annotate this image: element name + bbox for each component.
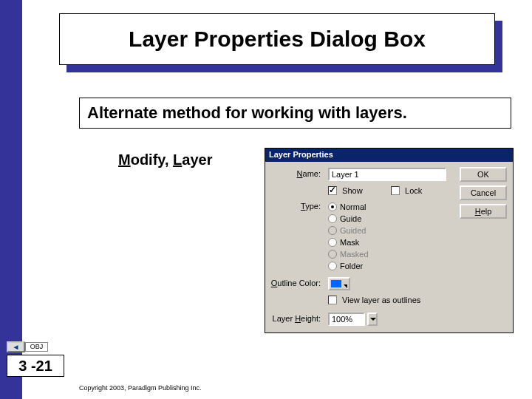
- name-input[interactable]: [328, 168, 446, 181]
- subtitle-text: Alternate method for working with layers…: [87, 103, 407, 123]
- layer-height-input[interactable]: [328, 313, 365, 326]
- slide-title-box: Layer Properties Dialog Box: [59, 13, 495, 65]
- ok-button[interactable]: OK: [460, 167, 507, 182]
- slide-number: 3 -21: [7, 355, 64, 377]
- radio-guide-row: Guide: [328, 214, 361, 223]
- radio-folder[interactable]: [328, 262, 337, 270]
- name-label: Name:: [265, 169, 321, 178]
- radio-normal-row: Normal: [328, 202, 366, 211]
- layer-height-label: Layer Height:: [265, 314, 321, 323]
- lock-checkbox[interactable]: [391, 186, 400, 195]
- view-outlines-row: View layer as outlines: [328, 295, 420, 304]
- left-accent-bar: [0, 0, 22, 399]
- radio-normal[interactable]: [328, 202, 337, 211]
- radio-folder-row: Folder: [328, 261, 363, 270]
- copyright-text: Copyright 2003, Paradigm Publishing Inc.: [79, 384, 202, 392]
- show-checkbox[interactable]: [328, 186, 337, 195]
- radio-mask-row: Mask: [328, 237, 359, 247]
- outline-color-label: Outline Color:: [265, 279, 321, 287]
- radio-guided: [328, 226, 337, 235]
- show-checkbox-row: Show: [328, 185, 363, 195]
- view-outlines-checkbox[interactable]: [328, 296, 337, 304]
- radio-masked: [328, 250, 337, 259]
- radio-masked-row: Masked: [328, 249, 369, 259]
- prev-button[interactable]: ◄: [7, 341, 25, 352]
- radio-guide[interactable]: [328, 214, 337, 223]
- cancel-button[interactable]: Cancel: [460, 185, 507, 200]
- radio-guided-row: Guided: [328, 225, 366, 235]
- subtitle-box: Alternate method for working with layers…: [79, 98, 511, 129]
- help-button[interactable]: Help: [460, 204, 507, 219]
- layer-properties-dialog: Layer Properties Name: OK Cancel Help Sh…: [265, 148, 514, 333]
- layer-height-dropdown[interactable]: [367, 313, 378, 326]
- lock-checkbox-row: Lock: [391, 185, 422, 195]
- menu-path: Modify, Layer: [118, 151, 212, 168]
- type-label: Type:: [265, 202, 321, 211]
- radio-mask[interactable]: [328, 238, 337, 247]
- outline-color-swatch[interactable]: [328, 277, 350, 290]
- slide-title: Layer Properties Dialog Box: [129, 27, 426, 52]
- obj-label: OBJ: [25, 342, 48, 352]
- dialog-titlebar: Layer Properties: [265, 149, 513, 162]
